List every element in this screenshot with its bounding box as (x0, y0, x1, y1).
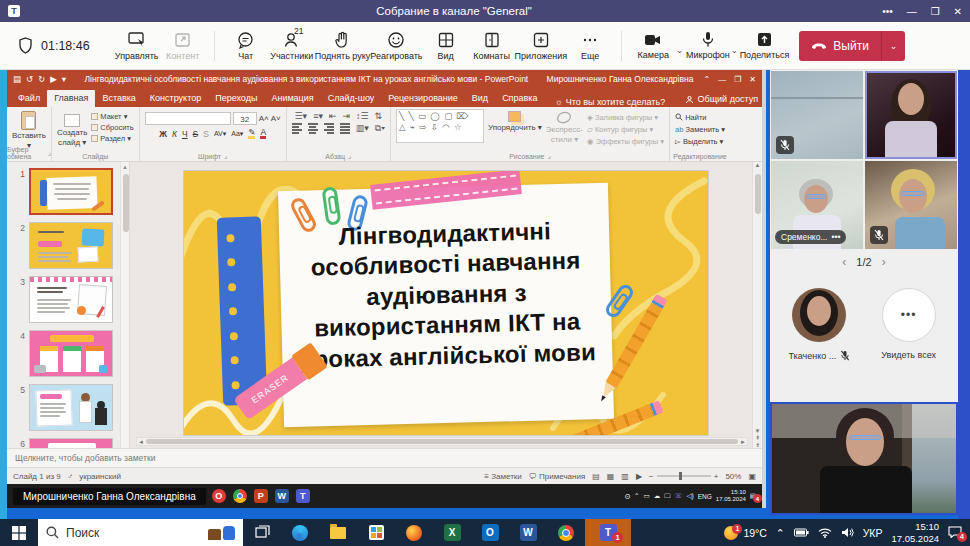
ppt-minimize-icon[interactable]: — (718, 75, 726, 84)
new-slide-button[interactable]: Создатьслайд ▾ (57, 109, 87, 147)
tray-chevron-icon[interactable]: ⌃ (776, 527, 785, 539)
slideshow-view-icon[interactable]: ▶ (636, 472, 642, 481)
leave-chevron-icon[interactable]: ⌄ (882, 41, 906, 51)
thumbnail-slide-6[interactable]: 6 (13, 438, 129, 448)
undo-icon[interactable]: ↺ (26, 74, 33, 84)
language-indicator[interactable]: УКР (863, 527, 883, 539)
more-icon[interactable]: ••• (831, 232, 840, 242)
notes-toggle[interactable]: ≡ Заметки (484, 472, 522, 481)
speaker-icon[interactable] (841, 527, 854, 538)
maximize-icon[interactable]: ❐ (931, 6, 940, 17)
section-button[interactable]: Раздел ▾ (91, 134, 133, 143)
align-left-button[interactable] (292, 123, 302, 134)
strikethrough-button[interactable]: S (193, 129, 199, 139)
indent-decrease-icon[interactable]: ⇤ (329, 111, 337, 121)
dialog-launcher-icon[interactable]: ⌟ (48, 149, 51, 157)
normal-view-icon[interactable]: ▤ (592, 472, 600, 481)
thumbnail-slide-2[interactable]: 2 (13, 222, 129, 269)
notes-pane[interactable]: Щелкните, чтобы добавить заметки (7, 448, 762, 467)
paste-button[interactable]: Вставить▾ (12, 109, 46, 150)
edge-button[interactable] (281, 519, 319, 546)
outlook-button[interactable]: O (471, 519, 509, 546)
view-button[interactable]: Вид (423, 24, 469, 68)
redo-icon[interactable]: ↻ (38, 74, 45, 84)
content-button[interactable]: Контент (160, 24, 206, 68)
dialog-launcher-icon[interactable]: ⌟ (547, 152, 550, 160)
ppt-close-icon[interactable]: ✕ (749, 75, 756, 84)
find-button[interactable]: Найти (675, 113, 725, 122)
indent-increase-icon[interactable]: ⇥ (342, 111, 350, 121)
action-center-icon[interactable]: 4 (948, 526, 962, 540)
quick-styles-button[interactable]: Экспресс-стили ▾ (546, 109, 583, 144)
line-spacing-icon[interactable]: ↕☰ (356, 111, 369, 121)
powerpoint-icon[interactable]: P (254, 489, 268, 503)
camera-button[interactable]: Камера (630, 24, 676, 68)
thumbnail-slide-3[interactable]: 3 (13, 276, 129, 323)
self-video-tile[interactable] (770, 402, 958, 515)
mic-button[interactable]: Микрофон (685, 24, 731, 68)
camera-chevron-icon[interactable]: ⌄ (676, 46, 683, 55)
tab-file[interactable]: Файл (11, 90, 47, 107)
video-tile-3[interactable]: Сременко...••• (771, 161, 863, 249)
see-everyone-button[interactable]: ••• (882, 288, 936, 342)
bullets-button[interactable]: ☰▾ (295, 111, 308, 121)
thumbnail-slide-5[interactable]: 5 (13, 384, 129, 431)
thumbnail-scrollbar[interactable]: ▲ (120, 162, 129, 448)
reset-button[interactable]: Сбросить (91, 123, 133, 132)
participant-avatar-item[interactable]: Ткаченко ... (779, 288, 859, 361)
tab-review[interactable]: Рецензирование (381, 90, 465, 107)
align-right-button[interactable] (324, 123, 334, 134)
shapes-gallery[interactable]: ╲ ╲ ▭ ◯ ▢ ⌦ △ ⌁ ⇨ ⇩ ◠ ☆ (396, 109, 484, 143)
slide-horizontal-scrollbar[interactable]: ◄► (136, 437, 748, 446)
tab-view[interactable]: Вид (465, 90, 495, 107)
italic-button[interactable]: К (172, 129, 177, 139)
justify-button[interactable] (340, 123, 350, 134)
dialog-launcher-icon[interactable]: ⌟ (348, 152, 351, 160)
slide-vertical-scrollbar[interactable]: ▲▼⇞⇟ (752, 162, 762, 448)
thumbnail-slide-1[interactable]: 1 (13, 168, 129, 215)
shape-effects-button[interactable]: ◉ Эффекты фигуры ▾ (587, 137, 664, 146)
scroll-left-icon[interactable]: ◄ (138, 439, 144, 445)
font-color-button[interactable]: А (260, 128, 266, 139)
store-button[interactable] (357, 519, 395, 546)
manage-button[interactable]: Управлять (114, 24, 160, 68)
file-explorer-button[interactable] (319, 519, 357, 546)
spacing-button[interactable]: AV▾ (214, 130, 226, 138)
teams-taskbar-button[interactable]: T 1 (585, 519, 631, 546)
sorter-view-icon[interactable]: ▦ (607, 472, 615, 481)
chat-button[interactable]: Чат (223, 24, 269, 68)
underline-button[interactable]: Ч (182, 129, 188, 139)
more-button[interactable]: Еще (567, 24, 613, 68)
scroll-right-icon[interactable]: ► (740, 439, 746, 445)
arrange-button[interactable]: Упорядочить ▾ (488, 109, 542, 132)
select-button[interactable]: ▻ Выделить ▾ (675, 137, 725, 146)
close-icon[interactable]: ✕ (954, 6, 962, 17)
save-icon[interactable]: ▤ (13, 74, 21, 84)
ribbon-options-icon[interactable]: ⌃ (703, 75, 710, 84)
smartart-icon[interactable]: ⧉▾ (375, 123, 385, 134)
leave-button[interactable]: Выйти ⌄ (799, 31, 905, 61)
replace-button[interactable]: ab Заменить ▾ (675, 125, 725, 134)
apps-button[interactable]: Приложения (515, 24, 568, 68)
tab-home[interactable]: Главная (47, 90, 95, 107)
shadow-button[interactable]: S (203, 129, 209, 139)
minimize-icon[interactable]: — (907, 6, 917, 17)
react-button[interactable]: Реагировать (370, 24, 422, 68)
bold-button[interactable]: Ж (159, 129, 167, 139)
grow-font-icon[interactable]: А˄ (259, 114, 269, 123)
tab-transitions[interactable]: Переходы (208, 90, 264, 107)
scroll-up-icon[interactable]: ▲ (121, 162, 129, 172)
share-screen-button[interactable]: Поделиться (740, 24, 790, 68)
dialog-launcher-icon[interactable]: ⌟ (224, 152, 227, 160)
prev-page-icon[interactable]: ‹ (842, 255, 846, 269)
more-menu-icon[interactable]: ••• (882, 6, 893, 17)
ppt-restore-icon[interactable]: ❐ (734, 75, 741, 84)
participants-button[interactable]: 21 Участники (269, 24, 315, 68)
spellcheck-icon[interactable]: ⍻ (68, 471, 72, 481)
chrome-icon[interactable] (233, 489, 247, 503)
excel-button[interactable]: X (433, 519, 471, 546)
thumbnail-slide-4[interactable]: 4 (13, 330, 129, 377)
video-tile-2-speaking[interactable] (865, 71, 957, 159)
word-button[interactable]: W (509, 519, 547, 546)
rooms-button[interactable]: Комнаты (469, 24, 515, 68)
